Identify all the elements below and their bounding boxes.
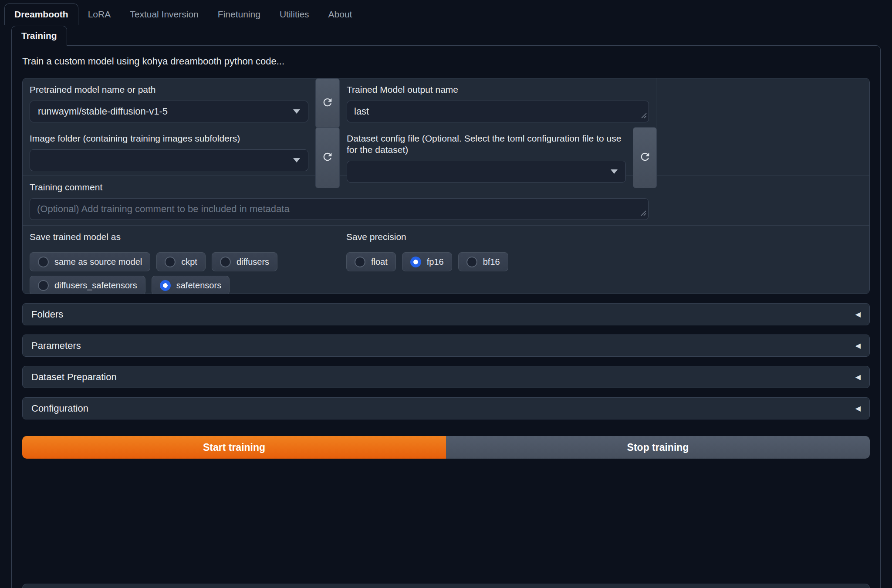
accordion-label: Folders bbox=[31, 309, 63, 320]
training-tab-panel: Train a custom model using kohya dreambo… bbox=[11, 45, 881, 588]
save-model-as-options: same as source model ckpt diffusers diff… bbox=[30, 252, 332, 294]
pretrained-model-dropdown[interactable]: runwayml/stable-diffusion-v1-5 bbox=[30, 101, 308, 122]
save-model-as-label: Save trained model as bbox=[30, 231, 332, 243]
pretrained-model-value: runwayml/stable-diffusion-v1-5 bbox=[38, 106, 168, 117]
refresh-image-folder-button[interactable] bbox=[315, 127, 340, 188]
accordion-label: Configuration bbox=[31, 403, 88, 414]
accordion-folders[interactable]: Folders ◀ bbox=[22, 303, 870, 325]
radio-label: safetensors bbox=[176, 280, 221, 291]
model-row: Pretrained model name or path runwayml/s… bbox=[23, 78, 869, 127]
save-precision-label: Save precision bbox=[346, 231, 862, 243]
resize-handle[interactable] bbox=[641, 112, 647, 120]
accordion-label: Dataset Preparation bbox=[31, 372, 117, 383]
radio-label: ckpt bbox=[181, 257, 197, 267]
stop-training-button[interactable]: Stop training bbox=[446, 436, 870, 459]
radio-icon bbox=[160, 280, 171, 291]
save-precision-group: Save precision float fp16 bf16 bbox=[339, 226, 869, 294]
accordion-dataset-preparation[interactable]: Dataset Preparation ◀ bbox=[22, 366, 870, 388]
refresh-dataset-config-button[interactable] bbox=[633, 127, 657, 188]
save-precision-options: float fp16 bf16 bbox=[346, 252, 862, 271]
chevron-down-icon bbox=[611, 169, 618, 174]
pretrained-model-label: Pretrained model name or path bbox=[30, 84, 308, 95]
radio-label: float bbox=[371, 257, 388, 267]
training-comment-row: Training comment bbox=[23, 176, 869, 226]
spacer bbox=[656, 78, 869, 128]
folders-row: Image folder (containing training images… bbox=[23, 127, 869, 176]
model-settings-group: Pretrained model name or path runwayml/s… bbox=[22, 78, 870, 294]
refresh-icon bbox=[321, 96, 334, 110]
chevron-down-icon bbox=[293, 158, 300, 162]
tab-textual-inversion[interactable]: Textual Inversion bbox=[120, 4, 208, 25]
refresh-icon bbox=[321, 151, 334, 165]
training-comment-label: Training comment bbox=[30, 182, 862, 193]
training-comment-input[interactable] bbox=[30, 198, 649, 220]
radio-ckpt[interactable]: ckpt bbox=[156, 252, 206, 271]
radio-icon bbox=[38, 257, 49, 267]
radio-safetensors[interactable]: safetensors bbox=[152, 276, 230, 294]
radio-icon bbox=[355, 257, 365, 267]
radio-icon bbox=[38, 280, 49, 291]
radio-float[interactable]: float bbox=[346, 252, 396, 271]
radio-label: diffusers bbox=[237, 257, 269, 267]
spacer bbox=[657, 127, 869, 188]
collapse-arrow-icon: ◀ bbox=[855, 373, 861, 381]
resize-handle[interactable] bbox=[641, 210, 646, 218]
radio-icon bbox=[410, 257, 421, 267]
radio-fp16[interactable]: fp16 bbox=[402, 252, 452, 271]
radio-bf16[interactable]: bf16 bbox=[458, 252, 508, 271]
collapse-arrow-icon: ◀ bbox=[855, 341, 861, 350]
radio-same-as-source-model[interactable]: same as source model bbox=[30, 252, 150, 271]
collapse-arrow-icon: ◀ bbox=[855, 310, 861, 318]
save-model-as-group: Save trained model as same as source mod… bbox=[23, 226, 339, 294]
dataset-config-cell: Dataset config file (Optional. Select th… bbox=[340, 127, 633, 188]
sub-tabbar: Training bbox=[0, 25, 892, 45]
main-tabbar: Dreambooth LoRA Textual Inversion Finetu… bbox=[0, 0, 892, 25]
collapse-arrow-icon: ◀ bbox=[855, 404, 861, 412]
accordion-configuration[interactable]: Configuration ◀ bbox=[22, 397, 870, 419]
accordion-label: Parameters bbox=[31, 340, 81, 351]
tab-finetuning[interactable]: Finetuning bbox=[208, 4, 270, 25]
radio-label: fp16 bbox=[427, 257, 444, 267]
radio-diffusers-safetensors[interactable]: diffusers_safetensors bbox=[30, 276, 145, 294]
output-name-label: Trained Model output name bbox=[347, 84, 649, 95]
dataset-config-dropdown[interactable] bbox=[347, 161, 626, 182]
radio-icon bbox=[165, 257, 176, 267]
training-actions-row: Start training Stop training bbox=[22, 436, 870, 459]
output-name-input[interactable] bbox=[347, 101, 649, 122]
pretrained-model-cell: Pretrained model name or path runwayml/s… bbox=[23, 78, 315, 128]
refresh-icon bbox=[639, 151, 651, 165]
radio-diffusers[interactable]: diffusers bbox=[212, 252, 277, 271]
tab-lora[interactable]: LoRA bbox=[78, 4, 121, 25]
refresh-models-button[interactable] bbox=[315, 78, 340, 128]
image-folder-label: Image folder (containing training images… bbox=[30, 133, 308, 144]
start-training-button[interactable]: Start training bbox=[22, 436, 446, 459]
radio-label: diffusers_safetensors bbox=[54, 280, 137, 291]
save-options-row: Save trained model as same as source mod… bbox=[23, 226, 869, 294]
accordion-parameters[interactable]: Parameters ◀ bbox=[22, 335, 870, 357]
tab-training[interactable]: Training bbox=[11, 26, 67, 46]
radio-label: bf16 bbox=[483, 257, 500, 267]
tab-dreambooth[interactable]: Dreambooth bbox=[4, 3, 78, 25]
intro-text: Train a custom model using kohya dreambo… bbox=[22, 55, 870, 68]
tab-utilities[interactable]: Utilities bbox=[270, 4, 319, 25]
tab-about[interactable]: About bbox=[319, 4, 362, 25]
output-name-cell: Trained Model output name bbox=[340, 78, 656, 128]
image-folder-dropdown[interactable] bbox=[30, 149, 308, 171]
dataset-config-label: Dataset config file (Optional. Select th… bbox=[347, 133, 626, 155]
image-folder-cell: Image folder (containing training images… bbox=[23, 127, 315, 188]
chevron-down-icon bbox=[293, 109, 300, 114]
radio-icon bbox=[220, 257, 231, 267]
bottom-panel-partial bbox=[22, 584, 870, 588]
radio-icon bbox=[466, 257, 477, 267]
radio-label: same as source model bbox=[54, 257, 142, 267]
